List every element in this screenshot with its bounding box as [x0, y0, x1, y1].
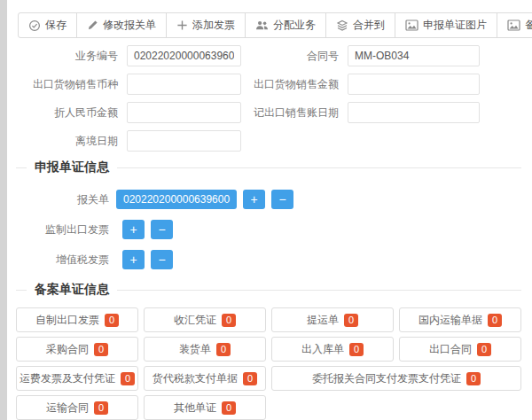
business-number-label: 业务编号 — [16, 49, 127, 64]
toolbar-button-label: 添加发票 — [192, 18, 235, 33]
forwarder-tax-payment-documents-button[interactable]: 货代税款支付单据0 — [144, 366, 266, 391]
merge-icon — [336, 19, 348, 31]
transport-contract-button[interactable]: 运输合同0 — [16, 395, 138, 420]
customs-declaration-add-button[interactable]: + — [243, 190, 265, 209]
departure-date-input[interactable] — [127, 130, 241, 152]
departure-date-label: 离境日期 — [16, 134, 127, 149]
toolbar-button-save[interactable]: 保存 — [19, 13, 77, 37]
form-right-column: 合同号出口货物销售金额记出口销售账日期 — [250, 42, 480, 127]
toolbar-button-edit-declaration[interactable]: 修改报关单 — [77, 13, 167, 37]
declaration-row: 报关单020220200000639600+− — [16, 184, 521, 214]
divider-line — [16, 167, 27, 168]
customs-declaration-remove-button[interactable]: − — [271, 190, 293, 209]
export-currency-label: 出口货物销售币种 — [16, 77, 127, 92]
count-badge: 0 — [216, 343, 231, 356]
filing-button-label: 运输合同 — [46, 401, 89, 416]
form-row: 合同号 — [250, 42, 480, 70]
filing-button-label: 委托报关合同支付发票支付凭证 — [312, 371, 461, 386]
image-icon — [405, 19, 419, 31]
foreign-exchange-receipt-button[interactable]: 收汇凭证0 — [144, 307, 266, 332]
form-row: 出口货物销售币种 — [16, 70, 241, 98]
users-icon — [255, 19, 269, 31]
count-badge: 0 — [349, 343, 364, 356]
export-sales-booking-date-input[interactable] — [348, 102, 480, 123]
toolbar-button-label: 分配业务 — [273, 18, 316, 33]
page-left-gutter — [0, 0, 7, 420]
toolbar-button-add-invoice[interactable]: 添加发票 — [167, 13, 246, 37]
toolbar-button-merge-to[interactable]: 合并到 — [326, 13, 395, 37]
filing-documents-section: 备案单证信息 自制出口发票0收汇凭证0提运单0国内运输单据0采购合同0装货单0出… — [16, 282, 521, 420]
supervised-export-invoice-add-button[interactable]: + — [122, 220, 145, 239]
filing-button-label: 提运单 — [307, 313, 339, 328]
contract-number-input[interactable] — [348, 45, 480, 66]
purchase-contract-button[interactable]: 采购合同0 — [16, 337, 138, 362]
toolbar-button-assign-business[interactable]: 分配业务 — [246, 13, 326, 37]
count-badge: 0 — [222, 314, 236, 327]
export-sales-booking-date-label: 记出口销售账日期 — [250, 105, 348, 121]
form-row: 折人民币金额 — [16, 98, 241, 127]
warehouse-in-out-receipt-button[interactable]: 出入库单0 — [271, 337, 394, 362]
count-badge: 0 — [466, 372, 481, 385]
count-badge: 0 — [121, 372, 135, 385]
count-badge: 0 — [344, 314, 358, 327]
self-made-export-invoice-button[interactable]: 自制出口发票0 — [16, 307, 138, 332]
freight-invoice-payment-voucher-button[interactable]: 运费发票及支付凭证0 — [16, 366, 138, 391]
supervised-export-invoice-remove-button[interactable]: − — [151, 220, 173, 239]
customs-declaration-label: 报关单 — [16, 192, 116, 207]
vat-invoice-remove-button[interactable]: − — [151, 250, 173, 269]
toolbar-button-label: 保存 — [45, 18, 66, 33]
declaration-row: 监制出口发票+− — [16, 214, 521, 245]
filing-button-label: 运费发票及支付凭证 — [20, 371, 115, 386]
form-row: 记出口销售账日期 — [250, 98, 480, 127]
form-row: 出口货物销售金额 — [250, 70, 480, 98]
filing-button-label: 其他单证 — [174, 401, 216, 416]
filing-section-header: 备案单证信息 — [16, 282, 521, 298]
export-sales-amount-input[interactable] — [348, 74, 480, 95]
divider-line — [117, 290, 521, 291]
form-row: 离境日期 — [16, 127, 241, 155]
count-badge: 0 — [105, 314, 119, 327]
toolbar-button-filing-doc-images[interactable]: 备案单证图片 — [497, 13, 532, 37]
supervised-export-invoice-label: 监制出口发票 — [16, 222, 116, 237]
business-number-input[interactable] — [127, 45, 241, 66]
rmb-amount-input[interactable] — [127, 102, 241, 123]
declaration-section-header: 申报单证信息 — [16, 159, 521, 175]
circle-check-icon — [28, 19, 41, 32]
count-badge: 0 — [243, 372, 257, 385]
entrusted-customs-payment-voucher-button[interactable]: 委托报关合同支付发票支付凭证0 — [271, 366, 521, 391]
customs-business-detail-page: 保存修改报关单添加发票分配业务合并到申报单证图片备案单证图片删除 业务编号出口货… — [0, 0, 532, 420]
bill-of-lading-button[interactable]: 提运单0 — [271, 307, 394, 332]
toolbar-button-label: 申报单证图片 — [423, 18, 487, 33]
vat-invoice-add-button[interactable]: + — [122, 250, 145, 269]
declaration-section-title: 申报单证信息 — [35, 159, 109, 175]
vat-invoice-label: 增值税发票 — [16, 253, 116, 268]
declaration-row: 增值税发票+− — [16, 245, 521, 275]
rmb-amount-label: 折人民币金额 — [16, 105, 127, 121]
filing-button-label: 货代税款支付单据 — [153, 371, 238, 386]
export-currency-input[interactable] — [127, 74, 241, 95]
customs-declaration-tag[interactable]: 020220200000639600 — [116, 190, 237, 209]
filing-button-label: 装货单 — [179, 342, 211, 357]
export-contract-button[interactable]: 出口合同0 — [399, 337, 521, 362]
filing-button-label: 采购合同 — [46, 342, 89, 357]
plus-icon — [176, 19, 188, 31]
toolbar-button-label: 合并到 — [353, 18, 385, 33]
count-badge: 0 — [94, 401, 108, 415]
divider-line — [16, 290, 27, 291]
toolbar-button-label: 修改报关单 — [103, 18, 156, 33]
pencil-icon — [87, 19, 98, 31]
shipping-order-button[interactable]: 装货单0 — [144, 337, 266, 362]
declaration-documents-section: 申报单证信息 报关单020220200000639600+−监制出口发票+−增值… — [16, 159, 521, 275]
form-row: 业务编号 — [16, 42, 241, 70]
domestic-transport-documents-button[interactable]: 国内运输单据0 — [399, 307, 521, 332]
toolbar-button-declaration-doc-images[interactable]: 申报单证图片 — [395, 13, 497, 37]
filing-buttons-grid: 自制出口发票0收汇凭证0提运单0国内运输单据0采购合同0装货单0出入库单0出口合… — [16, 307, 521, 420]
count-badge: 0 — [477, 343, 491, 356]
image-icon — [507, 19, 520, 31]
contract-number-label: 合同号 — [250, 49, 348, 64]
declaration-rows: 报关单020220200000639600+−监制出口发票+−增值税发票+− — [16, 184, 521, 275]
other-documents-button[interactable]: 其他单证0 — [144, 395, 266, 420]
filing-button-label: 出口合同 — [429, 342, 472, 357]
count-badge: 0 — [94, 343, 108, 356]
count-badge: 0 — [222, 401, 236, 415]
